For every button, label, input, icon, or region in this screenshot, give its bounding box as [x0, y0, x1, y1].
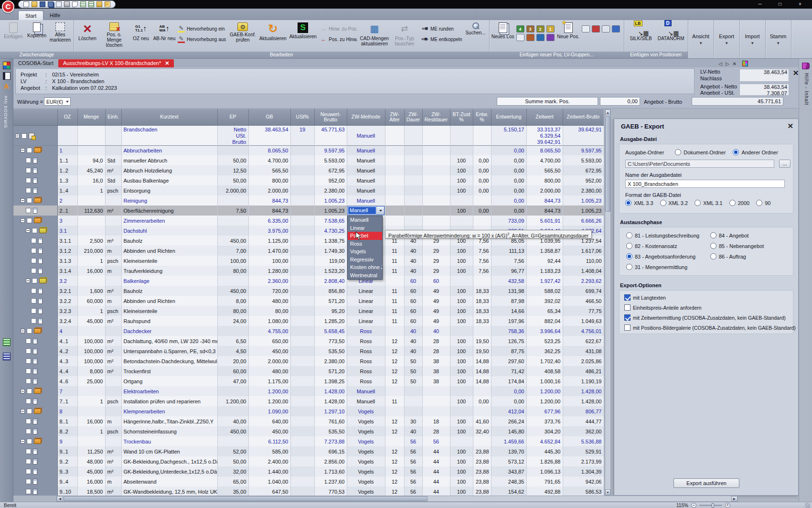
aktualisieren-button[interactable]: Aktualisieren	[258, 22, 288, 49]
table-horizontal-scrollbar[interactable]: ◀ ▶	[56, 496, 738, 502]
phase-option[interactable]: 31 - Mengenermittlung	[626, 264, 687, 270]
sub3-icon[interactable]	[546, 34, 555, 41]
menu-button-import[interactable]: Import▼	[740, 20, 766, 58]
radio-icon[interactable]	[710, 243, 716, 249]
column-header-oz[interactable]: OZ	[57, 109, 77, 125]
format-option[interactable]: 90	[756, 200, 770, 206]
paste2-icon[interactable]	[602, 25, 610, 32]
hervorhebung-ein-button[interactable]: Hervorhebung ein	[176, 24, 227, 33]
table-row[interactable]: 7..11pschInstallation prüfen und reparie…	[13, 396, 604, 406]
sirados-live-label[interactable]: SIRADOS live	[3, 95, 10, 128]
row-checkbox[interactable]	[26, 429, 31, 434]
paste-small-icon[interactable]	[516, 34, 524, 41]
zoom-slider-thumb[interactable]	[712, 503, 714, 508]
row-checkbox[interactable]	[26, 338, 31, 344]
radio-icon[interactable]	[626, 232, 632, 238]
table-row[interactable]: 2Reinigung844,731.005,23Manuell0,00844,7…	[13, 195, 604, 205]
row-checkbox[interactable]	[31, 298, 36, 303]
new-document-icon[interactable]	[23, 1, 29, 7]
currency-dropdown-icon[interactable]	[64, 98, 70, 105]
radio-icon[interactable]	[660, 200, 666, 206]
checkbox-icon[interactable]	[624, 304, 630, 311]
sirados-a-icon[interactable]: A	[3, 83, 11, 90]
ab-nr-neu-button[interactable]: AB-Nr neu	[153, 22, 176, 49]
radio-icon[interactable]	[710, 232, 716, 238]
row-checkbox[interactable]	[26, 479, 31, 484]
close-button[interactable]: ×	[790, 0, 810, 9]
column-header-zw-alter[interactable]: ZW-Alter	[385, 109, 404, 125]
column-header-zw-restdauer[interactable]: ZW-Restdauer	[422, 109, 450, 125]
table-row[interactable]: 9..248,000m²GK-Bekleidung,Dachgesch., 1x…	[13, 456, 604, 466]
scroll-up-icon[interactable]: ▲	[605, 109, 610, 115]
gaeb-close-icon[interactable]: ✕	[787, 122, 793, 130]
menu-button-ansicht[interactable]: Ansicht▼	[688, 20, 714, 58]
app-logo-icon[interactable]: C	[2, 0, 14, 13]
sub2-icon[interactable]	[536, 34, 545, 41]
column-header-menge[interactable]: Menge	[77, 109, 105, 125]
phase-option[interactable]: 86 - Auftrag	[710, 253, 746, 259]
expand-minus-icon[interactable]	[26, 279, 30, 283]
open-icon[interactable]	[32, 1, 37, 7]
pos-o-menge-löschen-button[interactable]: Pos. o. Menge löschen	[99, 22, 129, 49]
help-content-tab[interactable]: Hilfe - Inhalt	[802, 73, 809, 105]
export-option[interactable]: mit Zeitwertermittlung (COSOBA-Zusatzdat…	[624, 314, 786, 321]
table-row[interactable]: 3.2.11,600m³Bauholz450,00720,00856,80Lin…	[13, 286, 604, 296]
phase-option[interactable]: 81 - Leistungsbeschreibung	[626, 232, 699, 238]
gaeb-konf-prüfen-button[interactable]: GAEB-Konf. prüfen	[228, 22, 257, 49]
dropdown-item-parabel[interactable]: Parabel	[348, 232, 382, 240]
row-checkbox[interactable]	[26, 348, 31, 354]
hervorhebung-aus-button[interactable]: Hervorhebung aus	[176, 35, 227, 43]
doc-tab[interactable]: Ausschreibungs-LV X 100-Brandschaden*✕	[58, 59, 174, 67]
datanorm-button[interactable]: DATANORM	[656, 22, 686, 49]
me-runden-button[interactable]: ME runden	[420, 24, 464, 33]
row-checkbox[interactable]	[31, 238, 36, 243]
menu-button-stamm[interactable]: Stamm▼	[766, 20, 791, 58]
table-row[interactable]: 1..194,0Stdmanueller Abbruch50,004.700,0…	[13, 155, 604, 165]
doc-tab[interactable]: COSOBA-Start	[13, 59, 58, 67]
table-view-icon[interactable]	[80, 1, 86, 7]
row-checkbox[interactable]	[31, 248, 36, 253]
print-icon[interactable]	[64, 1, 70, 7]
phase-option[interactable]: 83 - Angebotsanforderung	[626, 253, 695, 259]
table-row[interactable]: 4..1100,000m²Dachlattung, 40/60 mm, LW 3…	[13, 336, 604, 346]
tab-close-icon[interactable]: ✕	[165, 59, 169, 67]
table-vertical-scrollbar[interactable]: ▲ ▼	[605, 109, 611, 496]
column-header-ep[interactable]: EP	[217, 109, 248, 125]
expand-minus-icon[interactable]	[21, 439, 25, 443]
browse-button[interactable]: ...	[779, 160, 791, 168]
row-checkbox[interactable]	[26, 168, 31, 173]
table-row[interactable]: 3.2.31pschKleineisenteile80,0080,0095,20…	[13, 306, 604, 316]
radio-icon[interactable]	[625, 200, 631, 206]
image-pos-icon[interactable]	[592, 25, 600, 32]
column-header-kurztext[interactable]: Kurztext	[121, 109, 217, 125]
dropdown-item-linear[interactable]: Linear	[348, 224, 382, 232]
me-entkoppeln-button[interactable]: ME entkoppeln	[420, 35, 464, 43]
radio-icon[interactable]	[756, 200, 762, 206]
table-row[interactable]: 8..116,000mHängerinne,halbr.,Titan-Zinkb…	[13, 416, 604, 426]
row-checkbox[interactable]	[31, 318, 36, 324]
checkbox-icon[interactable]	[624, 324, 630, 331]
pos-zu-hinw--button[interactable]: Pos. zu Hinw.	[318, 35, 359, 43]
table-row[interactable]: 4..2100,000m²Unterspannbahn ü.Sparren, P…	[13, 346, 604, 356]
row-checkbox[interactable]	[31, 268, 36, 273]
table-row[interactable]: BrandschadenNettoUSt.Brutto38.463,541945…	[13, 125, 604, 145]
table-row[interactable]: 9..416,000mAbseitenwand65,001.040,001.23…	[13, 476, 604, 486]
table-row[interactable]: 7Elektroarbeiten1.200,001.428,00Manuell0…	[13, 386, 604, 396]
zw-methode-dropdown-icon[interactable]	[376, 206, 384, 215]
export-run-button[interactable]: Export ausführen	[673, 478, 739, 488]
expand-minus-icon[interactable]	[21, 329, 25, 333]
dropdown-item-vogels[interactable]: Vogels	[348, 248, 382, 256]
menu-button-export[interactable]: Export▼	[714, 20, 740, 58]
neue-pos--button[interactable]: Neue Pos.	[557, 22, 580, 49]
folder-new-icon[interactable]	[105, 1, 110, 7]
import-icon[interactable]	[56, 1, 62, 7]
export-option[interactable]: Einheitspreis-Anteile anfordern	[624, 304, 702, 311]
expand-minus-icon[interactable]	[21, 389, 25, 393]
table-row[interactable]: 3.1.416,000mTraufverkleidung80,001.280,0…	[13, 266, 604, 276]
neues-los-button[interactable]: Neues Los	[491, 22, 514, 49]
column-header-zw-methode[interactable]: ZW-Methode	[347, 109, 385, 125]
expand-minus-icon[interactable]	[21, 198, 25, 203]
table-row[interactable]: 3.1.31pschKleineisenteile100,00100,00119…	[13, 256, 604, 266]
row-checkbox[interactable]	[26, 489, 31, 494]
expand-minus-icon[interactable]	[26, 228, 30, 233]
